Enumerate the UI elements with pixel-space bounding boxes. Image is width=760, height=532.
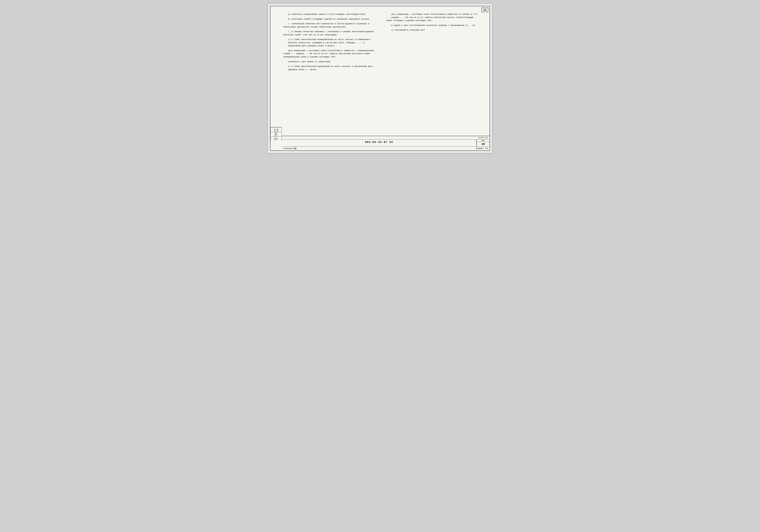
copy-signature: Ищ- — [294, 147, 298, 150]
left-column: б) ЗАЧЕРКНУТЬ ИЗОБРАЖЕНИЕ КАБЕЛЯ К ОТСУТ… — [283, 13, 377, 73]
bottom-block: 22421-01 904-02-34.87 34 ЛИСТ 10 Копиров… — [282, 136, 490, 150]
left-para-1: б) ЗАЧЕРКНУТЬ ИЗОБРАЖЕНИЕ КАБЕЛЯ К ОТСУТ… — [283, 13, 377, 16]
left-para-8: 2) В СХЕМЕ ЭЛЕКТРИЧЕСКОЙ ПОДКЛЮЧЕНИЙ НА … — [283, 65, 377, 71]
side-label-vza: ВЗА. ИНВ. № — [270, 136, 282, 141]
left-para-5: 1) В СХЕМЕ ЭЛЕКТРИЧЕСКОЙ ПРИНЦИПИАЛЬНОЙ … — [283, 38, 377, 47]
sheet-block: ЛИСТ 10 — [477, 139, 490, 146]
document-title: 904-02-34.87 34 — [282, 139, 477, 146]
right-para-3: 3) АННУЛИРОВАТЬ ОПРОСНЫЙ ЛИСТ. — [386, 28, 480, 32]
content-area: б) ЗАЧЕРКНУТЬ ИЗОБРАЖЕНИЕ КАБЕЛЯ К ОТСУТ… — [283, 13, 480, 73]
left-para-6: ДАТЬ ПРИМЕЧАНИЕ « НАСТОЯЩУЮ СХЕМУ РАССМА… — [283, 49, 377, 59]
side-labels: ИНВ. № ПОДЛ. ПОДПИСЬ И ДАТА ВЗА. ИНВ. № — [270, 127, 282, 141]
sheet-number: 10 — [477, 142, 490, 146]
copy-label-group: Копировал Ищ- — [283, 147, 298, 150]
format-label: Формат А3 — [476, 147, 488, 150]
bottom-copy-row: Копировал Ищ- Формат А3 — [282, 146, 490, 150]
page-number-top: 11 — [482, 8, 488, 12]
reference-number: 22421-01 — [282, 136, 490, 139]
left-para-7: ЗАЧЕРКНУТЬ УЗЕЛ ЗАЩИТЫ ОТ ЗАМЕРЗАНИЯ; — [283, 60, 377, 63]
bottom-title-row: 904-02-34.87 34 ЛИСТ 10 — [282, 139, 490, 146]
document-page: 11 б) ЗАЧЕРКНУТЬ ИЗОБРАЖЕНИЕ КАБЕЛЯ К ОТ… — [270, 6, 490, 151]
right-column: ДАТЬ ПРИМЕЧАНИЕ « НАСТОЯЩУЮ СХЕМУ РАССМА… — [386, 13, 480, 73]
right-para-2: В КАБЕЛЕ К ЩИТУ РЕГУЛИРОВАНИЯ ЗАЧЕРКНУТЬ… — [386, 24, 480, 27]
left-para-3: 7. ЗАПОЛНЕННЫЙ ОПРОСНЫЙ ЛИСТ ВКЛЮЧАЕТСЯ … — [283, 22, 377, 28]
left-para-2: в) ПРОСТАВИТЬ НОМЕРА ОТХОДЯЩИХ КАБЕЛЕЙ Н… — [283, 18, 377, 21]
copy-label-text: Копировал — [283, 148, 293, 149]
side-label-inv: ИНВ. № ПОДЛ. — [270, 127, 282, 132]
left-para-4: 1. В ТИПОВЫХ ПРОЕКТНЫХ РЕШЕНИЯХ « УПРАВЛ… — [283, 30, 377, 36]
right-para-1: ДАТЬ ПРИМЕЧАНИЕ « НАСТОЯЩУЮ СХЕМУ РАССМА… — [386, 13, 480, 22]
sheet-label: ЛИСТ — [477, 139, 490, 142]
page-wrapper: 11 б) ЗАЧЕРКНУТЬ ИЗОБРАЖЕНИЕ КАБЕЛЯ К ОТ… — [267, 3, 493, 154]
side-label-sign: ПОДПИСЬ И ДАТА — [270, 132, 282, 136]
